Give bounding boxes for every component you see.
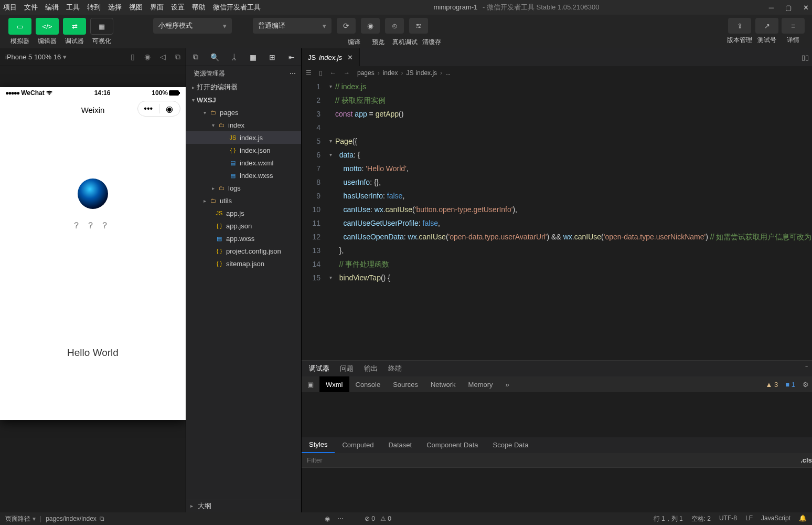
compile-select[interactable]: 普通编译▾ [253, 18, 332, 34]
phone-icon[interactable]: ▯ [131, 52, 135, 61]
error-count[interactable]: ⊘ 0 [365, 515, 375, 522]
compile-button[interactable]: ⟳ [337, 18, 356, 34]
device-selector[interactable]: iPhone 5 100% 16 [5, 53, 61, 61]
file-index.wxss[interactable]: ▤index.wxss [186, 169, 301, 182]
menu-文件[interactable]: 文件 [24, 3, 38, 12]
file-index.wxml[interactable]: ▤index.wxml [186, 156, 301, 169]
menu-界面[interactable]: 界面 [150, 3, 164, 12]
lang-info[interactable]: JavaScript [761, 514, 790, 523]
outline-section[interactable]: ▸大纲 [186, 499, 301, 512]
tab-output[interactable]: 输出 [364, 364, 378, 373]
capsule-close-icon[interactable]: ◉ [159, 104, 180, 114]
preview-button[interactable]: ◉ [361, 18, 380, 34]
menu-转到[interactable]: 转到 [87, 3, 101, 12]
avatar[interactable] [78, 178, 108, 209]
minimize-icon[interactable]: ─ [769, 4, 774, 12]
test-account-button[interactable]: ↗ [755, 18, 778, 34]
crumb-file[interactable]: index.js [415, 69, 437, 77]
chevron-down-icon[interactable]: ▾ [63, 53, 67, 61]
gear-icon[interactable]: ⚙ [803, 381, 809, 388]
wxml-tree-area[interactable] [302, 392, 812, 437]
styletab-scopedata[interactable]: Scope Data [485, 437, 536, 453]
eol-info[interactable]: LF [745, 514, 753, 523]
tab-terminal[interactable]: 终端 [388, 364, 402, 373]
bell-icon[interactable]: 🔔 [799, 514, 807, 523]
project-root[interactable]: ▾WXSJ [186, 93, 301, 106]
devtab-wxml[interactable]: Wxml [319, 376, 349, 392]
menu-选择[interactable]: 选择 [108, 3, 122, 12]
cls-toggle[interactable]: .cls [800, 456, 812, 464]
details-button[interactable]: ≡ [782, 18, 805, 34]
file-index[interactable]: ▾🗀index [186, 119, 301, 131]
mode-select[interactable]: 小程序模式▾ [153, 18, 232, 34]
cursor-pos[interactable]: 行 1，列 1 [654, 514, 683, 523]
filter-input[interactable] [307, 456, 800, 464]
file-sitemap.json[interactable]: { }sitemap.json [186, 257, 301, 270]
list-icon[interactable]: ☰ [306, 69, 312, 77]
collapse-icon[interactable]: ⇤ [282, 53, 302, 61]
devtab-more-icon[interactable]: » [499, 376, 516, 392]
file-app.json[interactable]: { }app.json [186, 219, 301, 232]
more-icon[interactable]: ⋯ [290, 70, 296, 77]
chevron-up-icon[interactable]: ˆ [806, 365, 808, 373]
files-icon[interactable]: ⧉ [186, 52, 206, 61]
split-editor-icon[interactable]: ▯▯ [802, 54, 809, 61]
menu-帮助[interactable]: 帮助 [192, 3, 206, 12]
copy-icon[interactable]: ⧉ [100, 515, 104, 522]
devtab-memory[interactable]: Memory [462, 376, 499, 392]
menu-微信开发者工具[interactable]: 微信开发者工具 [213, 3, 261, 12]
search-icon[interactable]: 🔍 [206, 53, 225, 61]
version-button[interactable]: ⇪ [728, 18, 751, 34]
styletab-styles[interactable]: Styles [302, 437, 335, 453]
devtab-network[interactable]: Network [424, 376, 462, 392]
eye-icon[interactable]: ◉ [325, 515, 330, 522]
back-icon[interactable]: ← [330, 69, 336, 77]
tab-problems[interactable]: 问题 [340, 364, 354, 373]
extensions-icon[interactable]: ▦ [244, 53, 263, 61]
file-utils[interactable]: ▸🗀utils [186, 194, 301, 207]
bookmark-icon[interactable]: ▯ [319, 69, 323, 77]
clear-cache-button[interactable]: ≋ [409, 18, 428, 34]
warning-badge[interactable]: ▲ 3 [765, 381, 778, 388]
forward-icon[interactable]: → [344, 69, 350, 77]
indent-info[interactable]: 空格: 2 [691, 514, 711, 523]
styletab-computed[interactable]: Computed [335, 437, 381, 453]
visualize-button[interactable]: ▦ [90, 18, 113, 35]
remote-debug-button[interactable]: ⎋ [385, 18, 404, 34]
mute-icon[interactable]: ◁ [160, 52, 166, 61]
file-pages[interactable]: ▾🗀pages [186, 106, 301, 119]
file-index.js[interactable]: JSindex.js [186, 131, 301, 144]
menu-视图[interactable]: 视图 [129, 3, 143, 12]
close-tab-icon[interactable]: ✕ [347, 54, 353, 61]
code-editor[interactable]: 123456789101112131415 ▾▾▾▾ // index.js//… [302, 80, 812, 360]
menu-设置[interactable]: 设置 [171, 3, 185, 12]
menu-项目[interactable]: 项目 [3, 3, 17, 12]
record-icon[interactable]: ◉ [144, 52, 151, 61]
close-icon[interactable]: ✕ [803, 4, 809, 12]
styletab-componentdata[interactable]: Component Data [419, 437, 485, 453]
more-icon[interactable]: ⋯ [337, 515, 344, 522]
styletab-dataset[interactable]: Dataset [381, 437, 419, 453]
warn-count[interactable]: ⚠ 0 [380, 515, 391, 522]
menu-工具[interactable]: 工具 [66, 3, 80, 12]
file-app.js[interactable]: JSapp.js [186, 207, 301, 219]
git-icon[interactable]: ᛦ [225, 53, 244, 61]
tab-index-js[interactable]: JS index.js ✕ [302, 48, 360, 66]
inspect-icon[interactable]: ▣ [302, 381, 319, 388]
file-logs[interactable]: ▸🗀logs [186, 182, 301, 194]
path-label[interactable]: 页面路径 [5, 514, 30, 523]
capsule-button[interactable]: ••• ◉ [137, 101, 180, 117]
file-app.wxss[interactable]: ▤app.wxss [186, 232, 301, 245]
tab-debugger[interactable]: 调试器 [309, 364, 329, 373]
devtab-console[interactable]: Console [349, 376, 387, 392]
info-badge[interactable]: ■ 1 [785, 381, 795, 388]
crumb-more[interactable]: ... [445, 69, 451, 77]
simulator-button[interactable]: ▭ [8, 18, 31, 35]
file-index.json[interactable]: { }index.json [186, 144, 301, 156]
current-path[interactable]: pages/index/index [46, 515, 97, 522]
open-editors-section[interactable]: ▸打开的编辑器 [186, 81, 301, 93]
motto-text[interactable]: Hello World [67, 347, 119, 359]
file-project.config.json[interactable]: { }project.config.json [186, 245, 301, 257]
grid-icon[interactable]: ⊞ [263, 53, 282, 61]
editor-button[interactable]: </> [36, 18, 59, 35]
